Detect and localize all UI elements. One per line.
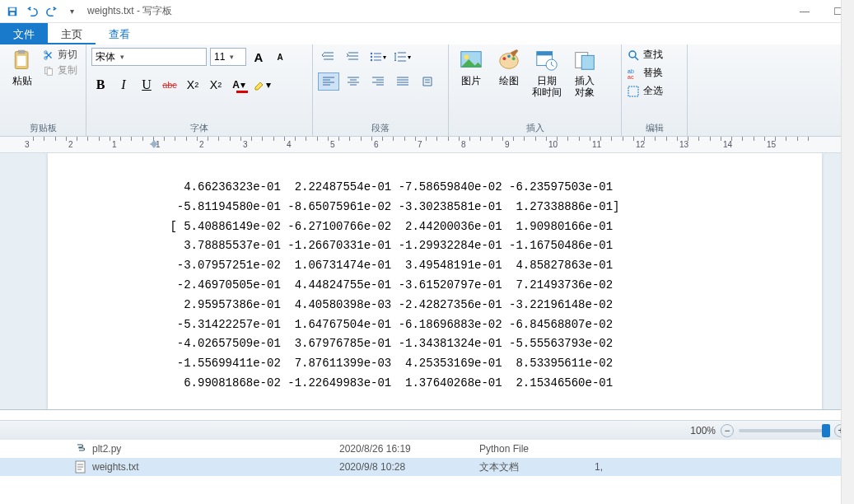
svg-point-18 [512, 57, 516, 60]
text-file-icon [74, 460, 87, 474]
paste-label: 粘贴 [12, 74, 32, 88]
ruler[interactable]: 321123456789101112131415 [0, 137, 854, 153]
italic-button[interactable]: I [114, 76, 133, 94]
file-size: 1, [595, 461, 603, 473]
ruler-number: 14 [723, 140, 732, 149]
indent-increase-button[interactable] [343, 48, 364, 66]
window-title: weights.txt - 写字板 [87, 4, 172, 18]
cut-button[interactable]: 剪切 [43, 48, 77, 62]
selectall-button[interactable]: 全选 [627, 84, 663, 98]
document-text[interactable]: 4.66236323e-01 2.22487554e-01 -7.5865984… [163, 178, 797, 394]
group-paragraph-label: 段落 [318, 120, 443, 134]
qat-customize-icon[interactable]: ▾ [63, 2, 81, 21]
grow-font-button[interactable]: A [250, 48, 268, 66]
svg-rect-4 [18, 50, 26, 54]
copy-button[interactable]: 复制 [43, 63, 77, 77]
insert-datetime-button[interactable]: 日期和时间 [530, 48, 564, 99]
ruler-number: 10 [548, 140, 558, 149]
font-name-combo[interactable]: 宋体▾ [91, 48, 207, 66]
svg-rect-23 [581, 55, 594, 69]
ribbon: 粘贴 剪切 复制 剪贴板 宋体▾ 11▾ A A B I U abc X2 [0, 44, 854, 137]
ruler-number: 2 [199, 140, 204, 149]
align-left-button[interactable] [318, 72, 339, 91]
superscript-button[interactable]: X2 [207, 76, 225, 94]
group-paragraph: ▾ ▾ 段落 [313, 44, 449, 136]
ruler-number: 3 [243, 140, 248, 149]
align-justify-button[interactable] [392, 72, 413, 91]
shrink-font-button[interactable]: A [271, 48, 289, 66]
subscript-button[interactable]: X2 [184, 76, 202, 94]
replace-icon: abac [627, 67, 640, 80]
minimize-button[interactable]: — [788, 0, 821, 23]
group-font-label: 字体 [91, 120, 307, 134]
find-button[interactable]: 查找 [627, 48, 663, 62]
svg-point-16 [503, 57, 506, 60]
ruler-number: 9 [505, 140, 510, 149]
document-page[interactable]: 4.66236323e-01 2.22487554e-01 -7.5865984… [48, 153, 822, 410]
insert-object-button[interactable]: 插入对象 [567, 48, 602, 99]
copy-icon [43, 65, 54, 77]
svg-rect-2 [10, 12, 14, 15]
selectall-icon [627, 85, 640, 98]
redo-icon[interactable] [43, 2, 61, 21]
indent-decrease-button[interactable] [318, 48, 339, 66]
tab-home[interactable]: 主页 [48, 23, 96, 44]
group-edit: 查找 abac替换 全选 编辑 [622, 44, 688, 136]
document-area: 4.66236323e-01 2.22487554e-01 -7.5865984… [0, 153, 854, 410]
zoom-out-button[interactable]: − [721, 424, 734, 437]
ruler-number: 15 [767, 140, 776, 149]
picture-icon [459, 48, 483, 72]
tab-file[interactable]: 文件 [0, 23, 48, 44]
replace-button[interactable]: abac替换 [627, 66, 663, 80]
group-edit-label: 编辑 [627, 120, 682, 134]
title-bar: ▾ weights.txt - 写字板 — ☐ [0, 0, 854, 23]
ruler-number: 12 [636, 140, 645, 149]
file-name: weights.txt [92, 461, 339, 473]
tab-view[interactable]: 查看 [96, 23, 143, 44]
explorer-row[interactable]: weights.txt 2020/9/8 10:28 文本文档 1, [0, 458, 854, 476]
group-font: 宋体▾ 11▾ A A B I U abc X2 X2 A▾ ▾ 字体 [86, 44, 313, 136]
underline-button[interactable]: U [138, 76, 156, 94]
calendar-clock-icon [534, 48, 559, 72]
ruler-number: 3 [25, 140, 30, 149]
font-size-combo[interactable]: 11▾ [210, 48, 246, 66]
paste-button[interactable]: 粘贴 [5, 48, 40, 88]
zoom-thumb[interactable] [822, 424, 830, 437]
zoom-label: 100% [690, 425, 716, 436]
svg-point-17 [507, 54, 511, 58]
undo-icon[interactable] [23, 2, 41, 21]
align-right-button[interactable] [367, 72, 389, 91]
svg-rect-9 [47, 68, 52, 75]
ribbon-tabs: 文件 主页 查看 [0, 23, 854, 44]
ruler-number: 5 [330, 140, 335, 149]
status-bar: 100% − + [0, 420, 854, 440]
python-file-icon [74, 442, 87, 455]
highlight-button[interactable]: ▾ [253, 76, 271, 94]
object-icon [572, 48, 597, 72]
group-insert-label: 插入 [454, 120, 616, 134]
svg-rect-20 [537, 52, 553, 56]
file-type: Python File [479, 443, 595, 455]
insert-picture-button[interactable]: 图片 [454, 48, 488, 86]
paragraph-dialog-button[interactable] [417, 72, 438, 91]
save-icon[interactable] [3, 2, 21, 21]
zoom-slider[interactable] [739, 429, 829, 432]
bullet-list-button[interactable]: ▾ [367, 48, 389, 66]
file-date: 2020/8/26 16:19 [339, 443, 479, 455]
align-center-button[interactable] [343, 72, 364, 91]
bold-button[interactable]: B [91, 76, 110, 94]
file-name: plt2.py [92, 443, 339, 455]
vertical-scrollbar[interactable] [841, 0, 854, 504]
group-clipboard-label: 剪贴板 [5, 120, 81, 134]
group-insert: 图片 绘图 日期和时间 插入对象 插入 [449, 44, 622, 136]
svg-rect-27 [628, 86, 638, 96]
svg-point-11 [371, 56, 372, 58]
ruler-number: 1 [156, 140, 161, 149]
explorer-row[interactable]: plt2.py 2020/8/26 16:19 Python File [0, 440, 854, 458]
line-spacing-button[interactable]: ▾ [392, 48, 413, 66]
scissors-icon [43, 49, 54, 61]
file-type: 文本文档 [479, 460, 595, 474]
strikethrough-button[interactable]: abc [161, 76, 179, 94]
insert-paint-button[interactable]: 绘图 [492, 48, 526, 86]
group-clipboard: 粘贴 剪切 复制 剪贴板 [0, 44, 86, 136]
